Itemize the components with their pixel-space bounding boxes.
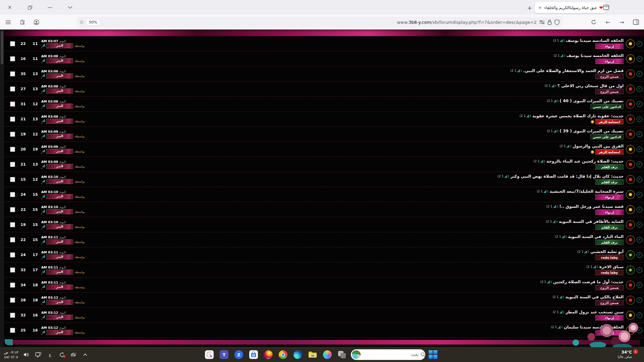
thread-read-check-icon[interactable]: ✓ xyxy=(637,312,642,318)
thread-read-check-icon[interactable]: ✓ xyxy=(637,297,642,303)
thread-read-check-icon[interactable]: ✓ xyxy=(637,222,642,228)
goto-lastpost-icon[interactable] xyxy=(41,74,45,78)
weather-widget[interactable]: ٤ 34°C صاف غالبا xyxy=(618,349,641,361)
lastpost-author-link[interactable]: البدر xyxy=(46,330,73,335)
thread-title-link[interactable]: حديث: أول ما فرضت الصلاة ركعتين xyxy=(553,280,624,284)
window-minimize-button[interactable]: — xyxy=(45,2,55,12)
thread-title-link[interactable]: سيرة الصحابية الجليلة/7/نبعة الحبشية xyxy=(550,189,624,194)
url-text[interactable]: www.3b8-y.com/vb/forumdisplay.php?f=7&or… xyxy=(102,20,537,25)
thread-read-check-icon[interactable]: ✓ xyxy=(637,146,642,152)
thread-title-link[interactable]: العلاج بالكي في السنة النبوية xyxy=(566,295,624,299)
teams-icon[interactable]: T xyxy=(219,350,229,360)
thread-title-link[interactable]: نصيبك من الميراث النبوى ( 40 ) xyxy=(560,99,624,103)
thread-checkbox[interactable] xyxy=(10,41,15,46)
thread-author-link[interactable]: نزف القلم xyxy=(595,164,624,170)
thread-page-links[interactable]: ( 1 2) xyxy=(545,84,556,87)
menu-icon[interactable] xyxy=(3,17,13,27)
thread-page-links[interactable]: ( 1 2) xyxy=(520,114,531,118)
thread-checkbox[interactable] xyxy=(10,313,15,318)
extensions-puzzle-icon[interactable] xyxy=(17,17,27,27)
thread-page-links[interactable]: ( 1 2) xyxy=(497,175,509,178)
thread-checkbox[interactable] xyxy=(10,132,15,137)
goto-lastpost-icon[interactable] xyxy=(41,255,45,259)
thread-checkbox[interactable] xyxy=(10,86,15,92)
thread-author-link[interactable]: reda laby xyxy=(595,255,624,260)
zoom-app-icon[interactable]: Z xyxy=(234,350,244,360)
thread-checkbox[interactable] xyxy=(10,328,15,333)
thread-read-check-icon[interactable]: ✓ xyxy=(637,56,642,62)
taskbar-clock[interactable]: ٠٣:١٣ ص ٤٧/٠٢/٠٧ xyxy=(4,350,18,359)
thread-page-links[interactable]: ( 1 2) xyxy=(552,295,564,299)
thread-checkbox[interactable] xyxy=(10,71,15,76)
thread-checkbox[interactable] xyxy=(10,283,15,288)
thread-checkbox[interactable] xyxy=(10,192,15,197)
thread-page-links[interactable]: ( 1 2) xyxy=(540,280,552,284)
thread-checkbox[interactable] xyxy=(10,252,15,257)
lastpost-author-link[interactable]: البدر xyxy=(46,58,73,63)
thread-checkbox[interactable] xyxy=(10,162,15,167)
thread-read-check-icon[interactable]: ✓ xyxy=(637,237,642,243)
thread-author-link[interactable]: ابتسامة الزهر xyxy=(595,119,624,124)
thread-checkbox[interactable] xyxy=(10,207,15,212)
lastpost-author-link[interactable]: البدر xyxy=(46,134,73,139)
lastpost-author-link[interactable]: البدر xyxy=(46,285,73,290)
thread-checkbox[interactable] xyxy=(10,237,15,242)
thread-read-check-icon[interactable]: ✓ xyxy=(637,177,642,182)
thread-title-link[interactable]: فضل من لزم الحمد والاستغفار والصلاة على … xyxy=(523,68,624,73)
thread-page-links[interactable]: ( 1 2) xyxy=(546,205,558,208)
thread-title-link[interactable]: الحلقه السادسه سيدنا يوسف xyxy=(566,38,624,43)
snipping-tool-icon[interactable] xyxy=(204,350,214,360)
thread-read-check-icon[interactable]: ✓ xyxy=(637,207,642,213)
goto-lastpost-icon[interactable] xyxy=(41,315,45,319)
thread-author-link[interactable]: نزف القلم xyxy=(595,240,624,245)
thread-read-check-icon[interactable]: ✓ xyxy=(637,86,642,92)
lastpost-author-link[interactable]: البدر xyxy=(46,164,73,169)
lastpost-author-link[interactable]: البدر xyxy=(46,104,73,109)
thread-title-link[interactable]: سنن تستحب عند نزول المطر xyxy=(566,310,624,314)
goto-lastpost-icon[interactable] xyxy=(41,330,45,334)
thread-author-link[interactable]: إرتواء xyxy=(595,194,624,200)
thread-title-link[interactable]: حديث: عقوبة تارك الصلاة بخمس عشرة عقوبة xyxy=(532,114,624,118)
thread-title-link[interactable]: الحلقه الخامسه سيدنا يوسف xyxy=(567,53,624,58)
goto-lastpost-icon[interactable] xyxy=(41,270,45,274)
search-highlight-image[interactable] xyxy=(352,350,361,359)
taskbar-search[interactable]: بحث xyxy=(351,349,425,360)
thread-author-link[interactable]: همس الروح xyxy=(595,300,624,305)
thread-read-check-icon[interactable]: ✓ xyxy=(637,192,642,197)
thread-page-links[interactable]: ( 1 2) xyxy=(586,265,598,268)
goto-lastpost-icon[interactable] xyxy=(41,300,45,304)
thread-page-links[interactable]: ( 1 2) xyxy=(577,250,589,253)
thread-author-link[interactable]: همس الروح xyxy=(595,74,624,79)
thread-author-link[interactable]: همس الروح xyxy=(595,285,624,290)
url-bar[interactable]: www.3b8-y.com/vb/forumdisplay.php?f=7&or… xyxy=(76,17,562,27)
lock-icon[interactable] xyxy=(547,19,552,25)
thread-read-check-icon[interactable]: ✓ xyxy=(637,71,642,77)
thread-read-check-icon[interactable]: ✓ xyxy=(637,282,642,288)
goto-lastpost-icon[interactable] xyxy=(41,149,45,153)
thread-read-check-icon[interactable]: ✓ xyxy=(637,162,642,167)
thread-title-link[interactable]: سباق الاخرة xyxy=(599,264,624,269)
thread-page-links[interactable]: ( 1 2) xyxy=(510,69,522,72)
thread-checkbox[interactable] xyxy=(10,147,15,152)
goto-lastpost-icon[interactable] xyxy=(41,179,45,183)
lastpost-author-link[interactable]: البدر xyxy=(46,269,73,275)
thread-read-check-icon[interactable]: ✓ xyxy=(637,116,642,122)
lastpost-author-link[interactable]: البدر xyxy=(46,254,73,259)
goto-lastpost-icon[interactable] xyxy=(41,209,45,214)
thread-title-link[interactable]: قصة سيدنا عمر ورجل السوق ..! xyxy=(559,204,624,209)
lastpost-author-link[interactable]: البدر xyxy=(46,194,73,199)
firefox-view-icon[interactable] xyxy=(602,4,610,11)
lastpost-author-link[interactable]: البدر xyxy=(46,224,73,229)
thread-author-link[interactable]: إرتواء xyxy=(595,209,624,215)
volume-icon[interactable] xyxy=(23,351,30,358)
thread-title-link[interactable]: الفرق بين النبي والرسول xyxy=(573,144,624,148)
lastpost-author-link[interactable]: البدر xyxy=(46,88,73,94)
tracking-shield-icon[interactable] xyxy=(554,19,559,25)
thread-read-check-icon[interactable]: ✓ xyxy=(637,101,642,107)
thread-read-check-icon[interactable]: ✓ xyxy=(637,252,642,258)
back-icon[interactable]: ← xyxy=(603,17,612,27)
thread-checkbox[interactable] xyxy=(10,102,15,107)
thread-checkbox[interactable] xyxy=(10,177,15,182)
thread-page-links[interactable]: ( 1 2) xyxy=(555,235,567,238)
thread-page-links[interactable]: ( 1 2) xyxy=(560,144,571,148)
